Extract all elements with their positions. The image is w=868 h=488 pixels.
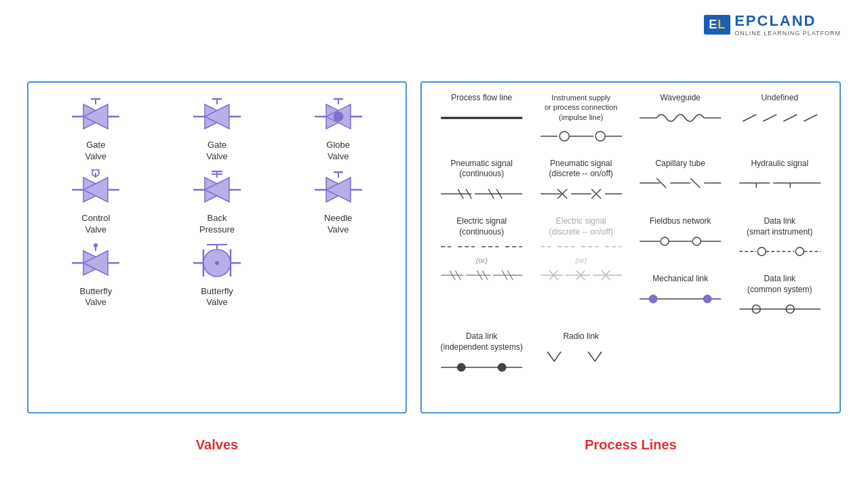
svg-line-81 <box>690 178 700 188</box>
line-label-data-common: Data link(common system) <box>747 274 812 295</box>
svg-point-130 <box>457 363 465 371</box>
electric-disc-or: (or) <box>575 256 587 264</box>
svg-line-63 <box>783 115 797 121</box>
valve-item-needle: NeedleValve <box>281 169 395 236</box>
valve-label-needle: NeedleValve <box>324 213 352 236</box>
line-label-capillary: Capillary tube <box>656 159 705 169</box>
valve-label-butterfly2: ButterflyValve <box>201 286 233 309</box>
valve-item-backpressure: BackPressure <box>160 169 275 236</box>
line-label-mechanical: Mechanical link <box>652 274 708 285</box>
valves-section-label: Valves <box>27 437 407 453</box>
line-label-electric-disc: Electric signal(discrete -- on/off) <box>549 216 613 237</box>
svg-point-131 <box>498 363 506 371</box>
line-label-radio: Radio link <box>563 331 599 342</box>
valve-item-butterfly1: ButterflyValve <box>39 243 153 309</box>
electric-cont-or: (or) <box>476 256 488 264</box>
valve-label-backpressure: BackPressure <box>199 213 235 236</box>
line-item-fieldbus: Fieldbus network <box>634 216 727 262</box>
line-item-process-flow: Process flow line <box>435 93 528 146</box>
svg-point-124 <box>649 295 657 303</box>
line-item-data-smart: Data link(smart instrument) <box>734 216 827 262</box>
line-item-instrument-supply: Instrument supplyor process connection(i… <box>535 93 628 146</box>
line-item-capillary: Capillary tube <box>634 159 727 204</box>
line-item-hydraulic: Hydraulic signal <box>734 159 827 204</box>
valve-item-control: ControlValve <box>39 169 153 236</box>
svg-line-64 <box>804 115 817 121</box>
svg-point-116 <box>692 237 701 245</box>
svg-point-121 <box>795 247 804 256</box>
valve-label-gate1: GateValve <box>85 140 107 163</box>
line-label-data-independent: Data link(independent systems) <box>441 331 523 352</box>
line-label-pneumatic-cont: Pneumatic signal(continuous) <box>451 159 513 180</box>
svg-point-16 <box>334 112 343 121</box>
logo-subtitle: ONLINE LEARNING PLATFORM <box>734 30 841 37</box>
svg-line-62 <box>763 115 776 121</box>
line-item-electric-disc: Electric signal(discrete -- on/off) (or) <box>535 216 628 319</box>
line-item-pneumatic-disc: Pneumatic signal(discrete -- on/off) <box>535 159 628 204</box>
line-label-pneumatic-disc: Pneumatic signal(discrete -- on/off) <box>549 159 613 180</box>
valve-item-gate2: GateValve <box>160 96 275 163</box>
line-item-electric-cont: Electric signal(continuous) (or) <box>435 216 528 319</box>
line-item-data-independent: Data link(independent systems) <box>435 331 528 377</box>
valve-item-butterfly2: ButterflyValve <box>160 243 275 309</box>
svg-point-50 <box>215 261 219 265</box>
svg-point-114 <box>660 237 669 245</box>
line-label-waveguide: Waveguide <box>660 93 701 104</box>
logo-name: EPCLAND <box>734 12 841 30</box>
svg-line-61 <box>743 115 756 121</box>
valve-item-globe: GlobeValve <box>281 96 395 163</box>
lines-panel: Process flow line Instrument supplyor pr… <box>420 81 841 413</box>
valves-panel: GateValve GateValve <box>27 81 407 413</box>
logo-icon: EL <box>704 15 730 35</box>
bottom-labels: Valves Process Lines <box>0 427 868 453</box>
line-label-hydraulic: Hydraulic signal <box>751 159 808 169</box>
valve-label-globe: GlobeValve <box>326 140 350 163</box>
valve-label-butterfly1: ButterflyValve <box>79 286 112 309</box>
svg-point-125 <box>703 295 711 303</box>
logo: EL EPCLAND ONLINE LEARNING PLATFORM <box>704 12 841 37</box>
svg-point-44 <box>94 243 98 247</box>
lines-grid: Process flow line Instrument supplyor pr… <box>435 93 826 378</box>
line-item-data-common: Data link(common system) <box>734 274 827 319</box>
valve-label-gate2: GateValve <box>206 140 228 163</box>
valve-item-gate1: GateValve <box>39 96 153 163</box>
process-lines-section-label: Process Lines <box>420 437 841 453</box>
line-label-undefined: Undefined <box>761 93 798 104</box>
line-item-pneumatic-cont: Pneumatic signal(continuous) <box>435 159 528 204</box>
line-item-waveguide: Waveguide <box>634 93 727 146</box>
svg-point-57 <box>595 131 605 141</box>
valve-label-control: ControlValve <box>81 213 110 236</box>
line-label-fieldbus: Fieldbus network <box>650 216 711 227</box>
line-label-process-flow: Process flow line <box>451 93 512 104</box>
line-label-instrument-supply: Instrument supplyor process connection(i… <box>545 93 618 122</box>
svg-point-55 <box>559 131 569 141</box>
line-item-mechanical: Mechanical link <box>634 274 727 319</box>
svg-point-119 <box>757 247 766 256</box>
line-label-electric-cont: Electric signal(continuous) <box>456 216 507 237</box>
line-item-undefined: Undefined <box>734 93 827 146</box>
line-label-data-smart: Data link(smart instrument) <box>747 216 812 237</box>
line-item-radio: Radio link <box>535 331 628 377</box>
